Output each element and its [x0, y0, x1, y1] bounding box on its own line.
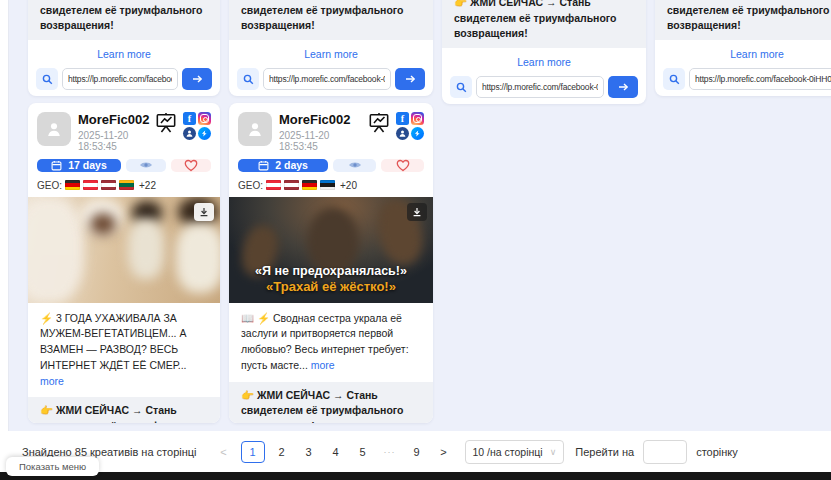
days-label: 2 days [275, 159, 308, 171]
messenger-icon[interactable] [198, 127, 211, 140]
creative-card-partial-1: 👉 ЖМИ СЕЙЧАС → Стань свидетелем её триум… [28, 0, 220, 96]
creatives-grid-page: 👉 ЖМИ СЕЙЧАС → Стань свидетелем её триум… [0, 0, 831, 480]
learn-more-link[interactable]: Learn more [28, 48, 220, 60]
days-active-button[interactable]: 2 days [238, 159, 328, 172]
page-button-1[interactable]: 1 [241, 441, 265, 463]
days-active-button[interactable]: 17 days [37, 159, 121, 172]
pages-ellipsis[interactable]: ··· [380, 441, 400, 463]
cta-bar: 👉 ЖМИ СЕЙЧАС → Стань свидетелем её триум… [28, 397, 220, 423]
landing-url-input[interactable] [62, 68, 178, 90]
open-url-button[interactable] [608, 76, 638, 98]
card-header: MoreFic002 2025-11-20 18:53:45 f [229, 103, 433, 152]
profile-info: MoreFic002 2025-11-20 18:53:45 [78, 112, 148, 152]
geo-more-count[interactable]: +20 [340, 180, 357, 191]
page-size-value: 10 /на сторінці [473, 446, 543, 458]
presentation-chart-icon[interactable] [368, 112, 390, 133]
next-page-button[interactable]: > [434, 441, 454, 463]
goto-label: Перейти на [575, 446, 634, 458]
card-actions: 2 days [238, 159, 424, 172]
open-url-button[interactable] [395, 68, 425, 90]
creative-datetime: 2025-11-20 18:53:45 [78, 130, 148, 152]
page-size-select[interactable]: 10 /на сторінці ∨ [465, 440, 565, 464]
page-button-5[interactable]: 5 [353, 441, 373, 463]
avatar [37, 112, 71, 146]
geo-more-count[interactable]: +22 [139, 180, 156, 191]
bride-veil-shape [28, 197, 84, 303]
chevron-down-icon: ∨ [550, 447, 557, 457]
search-button[interactable] [663, 68, 685, 90]
image-text-overlay: «Я не предохранялась!» «Трахай её жёстко… [229, 264, 433, 296]
profile-name[interactable]: MoreFic002 [78, 112, 148, 128]
creative-card-1: MoreFic002 2025-11-20 18:53:45 f 17 days [28, 103, 220, 423]
header-icons: f [155, 112, 211, 140]
search-button[interactable] [237, 68, 259, 90]
favorite-button[interactable] [171, 159, 211, 172]
show-menu-button[interactable]: Показать меню [6, 457, 99, 476]
download-icon [199, 207, 209, 217]
card-header: MoreFic002 2025-11-20 18:53:45 f [28, 103, 220, 152]
creative-image[interactable] [28, 197, 220, 303]
profile-info: MoreFic002 2025-11-20 18:53:45 [279, 112, 361, 152]
creative-card-partial-3: ИНТЕРНЕТ ЖДЁТ ЕЁ СМЕР ... more 👉 ЖМИ СЕЙ… [442, 0, 646, 104]
page-button-2[interactable]: 2 [272, 441, 292, 463]
shirt-shape [128, 219, 164, 279]
learn-more-link[interactable]: Learn more [655, 48, 831, 60]
favorite-button[interactable] [381, 159, 424, 172]
person-icon [45, 120, 63, 138]
cta-bar: 👉 ЖМИ СЕЙЧАС → Стань свидетелем её триум… [655, 0, 831, 40]
cta-bar: 👉 ЖМИ СЕЙЧАС → Стань свидетелем её триум… [229, 382, 433, 423]
profile-name[interactable]: MoreFic002 [279, 112, 361, 128]
flag-austria-icon [266, 180, 281, 190]
messenger-icon[interactable] [411, 127, 424, 140]
flag-germany-icon [302, 180, 317, 190]
landing-url-input[interactable] [689, 68, 831, 90]
more-link[interactable]: more [40, 375, 64, 387]
landing-url-input[interactable] [263, 68, 391, 90]
geo-label: GEO: [37, 180, 62, 191]
goto-page-input[interactable] [643, 440, 687, 464]
download-creative-button[interactable] [194, 203, 214, 221]
open-url-button[interactable] [182, 68, 212, 90]
url-row [655, 68, 831, 90]
ad-body-text: 📖 ⚡ Сводная сестра украла её заслуги и п… [229, 303, 433, 382]
creative-card-partial-4: 👉 ЖМИ СЕЙЧАС → Стань свидетелем её триум… [655, 0, 831, 96]
flag-lithuania-icon [119, 180, 134, 190]
search-icon [669, 74, 680, 85]
facebook-icon[interactable]: f [183, 112, 196, 125]
flag-latvia-icon [101, 180, 116, 190]
instagram-icon[interactable] [198, 112, 211, 125]
url-row [28, 68, 220, 90]
page-button-9[interactable]: 9 [407, 441, 427, 463]
more-link[interactable]: more [311, 359, 335, 371]
page-button-4[interactable]: 4 [326, 441, 346, 463]
views-button[interactable] [126, 159, 166, 172]
geo-label: GEO: [238, 180, 263, 191]
search-button[interactable] [36, 68, 58, 90]
arrow-right-icon [192, 74, 203, 84]
presentation-chart-icon[interactable] [155, 112, 177, 133]
goto-suffix: сторінку [696, 446, 738, 458]
prev-page-button[interactable]: < [214, 441, 234, 463]
arrow-right-icon [618, 82, 629, 92]
eye-icon [348, 160, 362, 170]
creative-datetime: 2025-11-20 18:53:45 [279, 130, 361, 152]
page-button-3[interactable]: 3 [299, 441, 319, 463]
search-button[interactable] [450, 76, 472, 98]
landing-url-input[interactable] [476, 76, 604, 98]
pagination-bar: Знайдено 85 креативів на сторінці < 1 2 … [0, 431, 831, 472]
cta-bar: 👉 ЖМИ СЕЙЧАС → Стань свидетелем её триум… [229, 0, 433, 40]
learn-more-link[interactable]: Learn more [442, 56, 646, 68]
audience-network-icon[interactable] [396, 127, 409, 140]
audience-network-icon[interactable] [183, 127, 196, 140]
placements: f [396, 112, 424, 140]
facebook-icon[interactable]: f [396, 112, 409, 125]
download-creative-button[interactable] [407, 203, 427, 221]
flag-estonia-icon [320, 180, 335, 190]
views-button[interactable] [333, 159, 376, 172]
url-row [442, 76, 646, 98]
person-icon [246, 120, 264, 138]
learn-more-link[interactable]: Learn more [229, 48, 433, 60]
ad-body-text: ⚡ 3 ГОДА УХАЖИВАЛА ЗА МУЖЕМ-ВЕГЕТАТИВЦЕМ… [28, 303, 220, 398]
creative-image[interactable]: «Я не предохранялась!» «Трахай её жёстко… [229, 197, 433, 303]
instagram-icon[interactable] [411, 112, 424, 125]
